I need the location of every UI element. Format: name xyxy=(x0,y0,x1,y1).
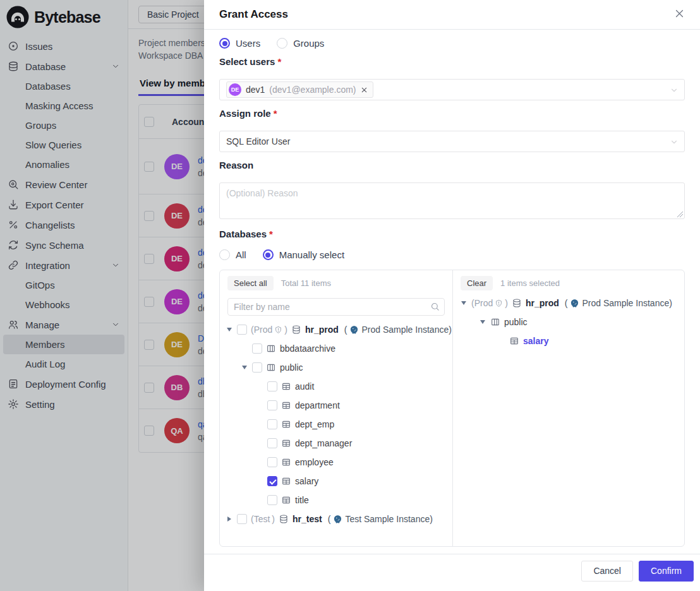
tree-caret-icon[interactable] xyxy=(225,516,233,522)
tree-node-public[interactable]: public xyxy=(222,358,450,377)
chevron-down-icon xyxy=(670,138,679,148)
postgresql-icon xyxy=(333,515,342,524)
postgresql-icon xyxy=(570,299,579,308)
member-scope-option-groups[interactable]: Groups xyxy=(277,38,324,49)
tree-node-hr_test[interactable]: (Test)hr_test(Test Sample Instance) xyxy=(222,510,450,528)
select-users-input[interactable]: DE dev1 (dev1@example.com) xyxy=(219,79,685,100)
database-icon xyxy=(512,298,522,308)
chevron-down-icon xyxy=(670,86,679,97)
environment-tag: (Test) xyxy=(251,514,275,524)
schema-icon xyxy=(266,362,276,373)
database-scope-option-manually-select[interactable]: Manually select xyxy=(263,249,344,260)
tree-node-salary[interactable]: salary xyxy=(222,472,450,491)
cancel-button[interactable]: Cancel xyxy=(581,561,633,582)
assign-role-select[interactable]: SQL Editor User xyxy=(219,131,685,152)
tree-node-label: hr_test xyxy=(293,514,322,524)
tree-caret-icon[interactable] xyxy=(478,320,486,324)
database-scope-option-all[interactable]: All xyxy=(219,249,246,260)
member-scope-radios: UsersGroups xyxy=(219,38,685,49)
tree-checkbox-hr_test[interactable] xyxy=(237,514,247,524)
tree-node-label: public xyxy=(280,362,303,373)
modal-body: UsersGroups Select users* DE dev1 (dev1@… xyxy=(204,38,700,547)
tree-node-label: hr_prod xyxy=(305,325,339,335)
select-users-label: Select users* xyxy=(219,56,685,67)
postgresql-icon xyxy=(349,325,359,335)
tree-checkbox-public[interactable] xyxy=(252,362,262,373)
tree-node-dept_emp[interactable]: dept_emp xyxy=(222,415,450,434)
database-icon xyxy=(291,325,301,335)
tree-checkbox-title[interactable] xyxy=(267,495,277,505)
reason-textarea[interactable] xyxy=(219,182,685,219)
instance-tag: (Prod Sample Instance) xyxy=(344,325,452,335)
environment-shield-icon xyxy=(274,326,282,334)
total-items-label: Total 11 items xyxy=(281,278,331,288)
close-icon[interactable] xyxy=(674,8,685,21)
remove-user-icon[interactable] xyxy=(361,87,368,93)
tree-node-employee[interactable]: employee xyxy=(222,453,450,472)
selected-user-name: dev1 xyxy=(246,85,265,95)
tree-checkbox-salary[interactable] xyxy=(267,476,277,486)
tree-node-audit[interactable]: audit xyxy=(222,377,450,396)
member-scope-option-users[interactable]: Users xyxy=(219,38,260,49)
radio-icon[interactable] xyxy=(219,38,230,49)
tree-checkbox-department[interactable] xyxy=(267,400,277,410)
tree-node-bbdataarchive[interactable]: bbdataarchive xyxy=(222,339,450,358)
tree-node-label: employee xyxy=(295,457,334,467)
table-icon xyxy=(281,457,291,467)
tree-caret-icon[interactable] xyxy=(240,366,248,369)
assign-role-label: Assign role* xyxy=(219,108,685,119)
modal-title: Grant Access xyxy=(219,8,288,21)
avatar: DE xyxy=(229,83,241,96)
tree-node-hr_prod[interactable]: (Prod)hr_prod(Prod Sample Instance) xyxy=(222,320,450,339)
tree-node-label: bbdataarchive xyxy=(280,343,335,354)
radio-icon[interactable] xyxy=(219,249,230,260)
tree-node-label: public xyxy=(504,317,528,327)
tree-checkbox-employee[interactable] xyxy=(267,457,277,467)
tree-caret-icon[interactable] xyxy=(459,301,468,305)
table-icon xyxy=(281,476,291,486)
radio-icon[interactable] xyxy=(277,38,287,49)
tree-node-label: salary xyxy=(523,336,548,346)
table-icon xyxy=(509,336,519,346)
reason-label: Reason xyxy=(219,160,685,170)
tree-node-dept_manager[interactable]: dept_manager xyxy=(222,434,450,453)
modal-header: Grant Access xyxy=(204,0,700,30)
tree-caret-icon[interactable] xyxy=(225,328,233,331)
radio-label: Users xyxy=(236,38,260,49)
grant-access-modal: Grant Access UsersGroups Select users* D… xyxy=(204,0,700,591)
reason-field-wrap xyxy=(219,182,685,219)
required-asterisk: * xyxy=(277,56,281,67)
instance-tag: (Test Sample Instance) xyxy=(328,514,433,524)
schema-icon xyxy=(266,343,276,354)
radio-label: All xyxy=(236,249,246,260)
tree-node-department[interactable]: department xyxy=(222,396,450,415)
radio-icon[interactable] xyxy=(263,249,274,260)
modal-footer: Cancel Confirm xyxy=(204,554,700,591)
tree-node-public[interactable]: public xyxy=(456,313,682,331)
tree-node-label: hr_prod xyxy=(526,298,559,308)
tree-checkbox-audit[interactable] xyxy=(267,381,277,391)
clear-button[interactable]: Clear xyxy=(461,276,493,290)
tree-checkbox-dept_emp[interactable] xyxy=(267,419,277,429)
tree-node-salary[interactable]: salary xyxy=(456,331,682,350)
filter-input[interactable] xyxy=(227,298,445,316)
tree-node-hr_prod[interactable]: (Prod)hr_prod(Prod Sample Instance) xyxy=(456,294,682,313)
required-asterisk: * xyxy=(269,229,273,239)
tree-checkbox-hr_prod[interactable] xyxy=(237,325,247,335)
select-all-button[interactable]: Select all xyxy=(227,276,274,290)
table-icon xyxy=(281,438,291,448)
table-icon xyxy=(281,419,291,429)
tree-checkbox-bbdataarchive[interactable] xyxy=(252,343,262,354)
database-picker: Select all Total 11 items (Prod)hr_prod(… xyxy=(219,270,685,547)
confirm-button[interactable]: Confirm xyxy=(639,561,694,582)
instance-tag: (Prod Sample Instance) xyxy=(565,298,672,308)
table-icon xyxy=(281,381,291,391)
tree-node-title[interactable]: title xyxy=(222,491,450,510)
tree-node-label: department xyxy=(295,400,340,410)
resize-handle[interactable] xyxy=(677,212,683,217)
database-scope-radios: AllManually select xyxy=(219,249,685,260)
tree-checkbox-dept_manager[interactable] xyxy=(267,438,277,448)
database-tree: (Prod)hr_prod(Prod Sample Instance)bbdat… xyxy=(220,317,452,546)
required-asterisk: * xyxy=(274,108,277,119)
selected-user-email: (dev1@example.com) xyxy=(269,85,356,95)
